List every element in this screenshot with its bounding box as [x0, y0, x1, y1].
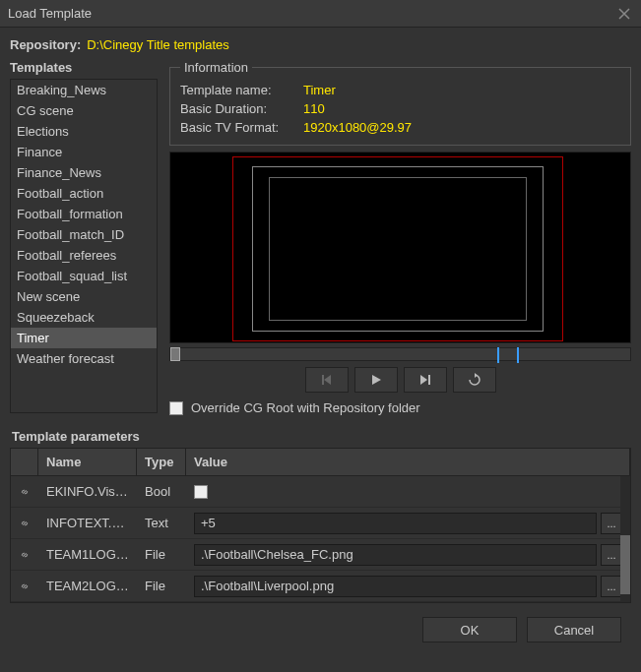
prev-frame-button[interactable] — [305, 367, 349, 393]
info-value: Timer — [303, 83, 336, 97]
cancel-button[interactable]: Cancel — [527, 617, 621, 642]
playback-controls — [169, 367, 631, 393]
parameter-input[interactable] — [194, 513, 597, 534]
link-icon — [19, 517, 31, 530]
timeline-slider[interactable] — [169, 347, 631, 361]
row-link-icon-cell[interactable] — [11, 517, 38, 530]
information-group: Information Template name:TimerBasic Dur… — [169, 60, 631, 146]
parameters-scrollbar-thumb[interactable] — [620, 535, 630, 594]
info-row: Template name:Timer — [180, 81, 620, 99]
template-item[interactable]: Football_squad_list — [11, 266, 157, 286]
templates-title: Templates — [10, 60, 158, 75]
template-item[interactable]: Breaking_News — [11, 80, 157, 100]
prev-frame-icon — [319, 373, 335, 387]
parameter-name: TEAM2LOGO.File — [38, 579, 137, 593]
header-name[interactable]: Name — [38, 449, 137, 475]
link-icon — [19, 485, 31, 499]
override-label: Override CG Root with Repository folder — [191, 400, 420, 415]
parameter-name: EKINFO.Visible — [38, 484, 137, 499]
template-item[interactable]: Finance — [11, 142, 157, 162]
parameter-row: EKINFO.VisibleBool — [11, 476, 630, 508]
template-item[interactable]: Finance_News — [11, 162, 157, 183]
template-item[interactable]: Timer — [11, 328, 157, 348]
parameters-header-row: Name Type Value — [11, 449, 630, 476]
template-item[interactable]: Football_formation — [11, 204, 157, 224]
info-value: 110 — [303, 101, 325, 116]
parameter-input[interactable] — [194, 576, 597, 597]
preview-area — [169, 152, 631, 343]
parameter-name: INFOTEXT.Text — [38, 516, 137, 530]
row-link-icon-cell[interactable] — [11, 580, 38, 593]
info-value: 1920x1080@29.97 — [303, 120, 412, 135]
information-legend: Information — [180, 60, 252, 75]
parameter-input[interactable] — [194, 544, 597, 566]
browse-button[interactable]: ... — [601, 576, 622, 597]
template-item[interactable]: Football_action — [11, 183, 157, 204]
loop-icon — [467, 373, 482, 387]
row-link-icon-cell[interactable] — [11, 485, 38, 499]
header-type[interactable]: Type — [137, 449, 186, 475]
override-checkbox[interactable] — [169, 401, 183, 415]
header-value[interactable]: Value — [186, 449, 630, 475]
link-icon — [19, 580, 31, 593]
timeline-mark-in[interactable] — [497, 347, 499, 363]
close-button[interactable] — [615, 5, 633, 23]
repository-label: Repository: — [10, 37, 81, 52]
parameter-type: Bool — [137, 484, 186, 499]
parameter-row: INFOTEXT.TextText... — [11, 508, 630, 539]
title-bar: Load Template — [0, 0, 641, 28]
dialog-footer: OK Cancel — [10, 603, 631, 652]
override-row: Override CG Root with Repository folder — [169, 398, 631, 415]
timeline-thumb[interactable] — [170, 347, 180, 361]
timeline-mark-out[interactable] — [517, 347, 519, 363]
template-item[interactable]: CG scene — [11, 100, 157, 121]
parameter-value-cell — [186, 485, 630, 499]
window-title: Load Template — [8, 6, 615, 21]
template-item[interactable]: Weather forecast — [11, 348, 157, 369]
parameters-scrollbar-track[interactable] — [620, 476, 630, 602]
repository-value: D:\Cinegy Title templates — [87, 37, 229, 52]
play-button[interactable] — [354, 367, 398, 393]
parameter-row: TEAM2LOGO.FileFile... — [11, 571, 630, 602]
template-item[interactable]: Squeezeback — [11, 307, 157, 328]
parameter-value-cell: ... — [186, 513, 630, 534]
parameter-value-cell: ... — [186, 576, 630, 597]
loop-button[interactable] — [453, 367, 496, 393]
parameter-value-cell: ... — [186, 544, 630, 566]
row-link-icon-cell[interactable] — [11, 548, 38, 562]
template-item[interactable]: Football_referees — [11, 245, 157, 266]
svg-rect-0 — [322, 375, 324, 385]
template-item[interactable]: Elections — [11, 121, 157, 142]
close-icon — [618, 8, 630, 20]
browse-button[interactable]: ... — [601, 513, 622, 534]
template-item[interactable]: Football_match_ID — [11, 224, 157, 245]
next-frame-button[interactable] — [404, 367, 447, 393]
svg-rect-1 — [428, 375, 430, 385]
parameter-type: File — [137, 547, 186, 562]
parameter-checkbox[interactable] — [194, 485, 208, 499]
repository-row: Repository: D:\Cinegy Title templates — [10, 37, 631, 52]
info-label: Basic Duration: — [180, 101, 303, 116]
info-label: Basic TV Format: — [180, 120, 303, 135]
templates-list[interactable]: Breaking_NewsCG sceneElectionsFinanceFin… — [10, 79, 158, 413]
preview-guide-inner — [269, 177, 527, 321]
browse-button[interactable]: ... — [601, 544, 622, 566]
parameter-type: File — [137, 579, 186, 593]
parameters-title: Template parameters — [12, 429, 631, 444]
header-icon-col — [11, 449, 38, 475]
parameters-table: Name Type Value EKINFO.VisibleBoolINFOTE… — [10, 448, 631, 603]
info-label: Template name: — [180, 83, 303, 97]
info-row: Basic TV Format:1920x1080@29.97 — [180, 118, 620, 137]
parameter-row: TEAM1LOGO.FileFile... — [11, 539, 630, 571]
next-frame-icon — [417, 373, 433, 387]
ok-button[interactable]: OK — [422, 617, 517, 642]
play-icon — [368, 373, 384, 387]
parameter-name: TEAM1LOGO.File — [38, 547, 137, 562]
info-row: Basic Duration:110 — [180, 99, 620, 118]
parameter-type: Text — [137, 516, 186, 530]
link-icon — [19, 548, 31, 562]
template-item[interactable]: New scene — [11, 286, 157, 307]
